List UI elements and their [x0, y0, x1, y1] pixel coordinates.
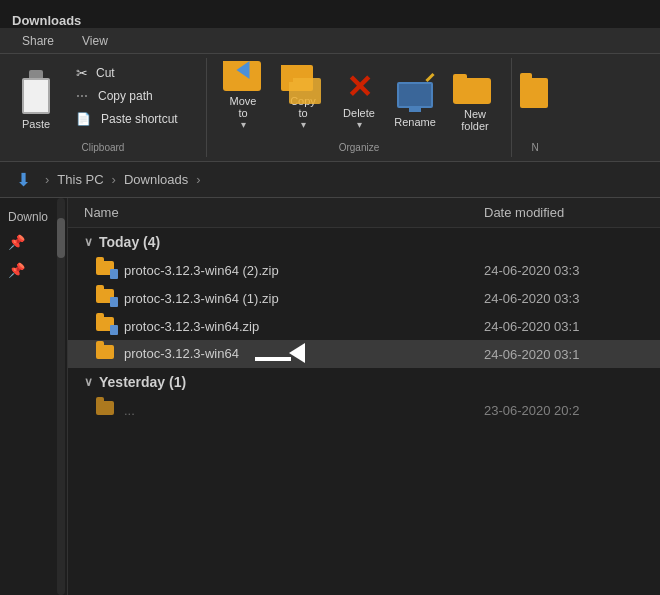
file-name-0: protoc-3.12.3-win64 (2).zip: [124, 263, 484, 278]
paste-label: Paste: [22, 118, 50, 130]
clipboard-section: Paste ✂ Cut ⋯ Copy path 📄 Paste shortcut…: [0, 58, 207, 157]
new-section-label: N: [531, 142, 538, 153]
blue-arrow-icon: [237, 61, 250, 79]
file-row-3[interactable]: protoc-3.12.3-win64 24-06-2020 03:1: [68, 340, 660, 368]
cut-label: Cut: [96, 66, 115, 80]
folder-small-y0: [96, 401, 114, 415]
group-today[interactable]: ∨ Today (4): [68, 228, 660, 256]
organize-content: Move to ▾ Copy to ▾ ✕ Delete: [215, 62, 503, 138]
file-name-3: protoc-3.12.3-win64: [124, 343, 484, 366]
organize-label: Organize: [339, 142, 380, 153]
delete-label: Delete: [343, 107, 375, 119]
file-icon-2: [96, 317, 116, 335]
breadcrumb-this-pc[interactable]: This PC: [57, 172, 103, 187]
move-arrow: [237, 61, 250, 83]
ribbon-tabs: Share View: [0, 28, 660, 54]
move-to-icon: [221, 74, 265, 91]
file-area: Downlo 📌 📌 Name Date modified ∨ Today (4…: [0, 198, 660, 595]
breadcrumb-downloads[interactable]: Downloads: [124, 172, 188, 187]
move-to-label: Move to: [230, 95, 257, 119]
paste-button[interactable]: Paste: [8, 62, 64, 134]
monitor-body: [397, 82, 433, 108]
file-icon-3: [96, 345, 116, 363]
zip-overlay-1: [110, 297, 118, 307]
move-dropdown-arrow: ▾: [241, 119, 246, 130]
tab-share[interactable]: Share: [8, 30, 68, 52]
group-today-label: Today (4): [99, 234, 160, 250]
arrow-annotation: [255, 343, 305, 366]
chevron-yesterday: ∨: [84, 375, 93, 389]
paste-shortcut-icon: 📄: [76, 112, 91, 126]
new-folder-button[interactable]: New folder: [447, 62, 503, 134]
chevron-today: ∨: [84, 235, 93, 249]
tab-view[interactable]: View: [68, 30, 122, 52]
new-folder-icon: [453, 74, 497, 104]
folder-front2: [289, 78, 321, 104]
file-icon-0: [96, 261, 116, 279]
paste-icon: [18, 70, 54, 114]
copy-path-icon: ⋯: [76, 89, 88, 103]
ns-folder: [520, 78, 548, 108]
address-bar: ⬇ › This PC › Downloads ›: [0, 162, 660, 198]
copy-to-button[interactable]: Copy to ▾: [275, 62, 331, 134]
paste-shortcut-button[interactable]: 📄 Paste shortcut: [68, 108, 198, 130]
ns-folder-tab: [520, 73, 532, 79]
clipboard-label: Clipboard: [82, 142, 125, 153]
file-name-1: protoc-3.12.3-win64 (1).zip: [124, 291, 484, 306]
copy-path-label: Copy path: [98, 89, 153, 103]
zip-overlay-2: [110, 325, 118, 335]
sep2: ›: [196, 172, 200, 187]
new-folder-body: [453, 74, 491, 104]
nfolder-back: [453, 78, 491, 104]
group-yesterday[interactable]: ∨ Yesterday (1): [68, 368, 660, 396]
left-nav-scrollbar[interactable]: [57, 198, 65, 595]
copy-dropdown-arrow: ▾: [301, 119, 306, 130]
file-date-0: 24-06-2020 03:3: [484, 263, 644, 278]
copy-to-icon: [281, 74, 325, 91]
new-section-content: [520, 62, 550, 138]
arrow-left-icon: [289, 343, 305, 363]
pin-icon-2: 📌: [8, 262, 25, 278]
folder-tab2: [281, 76, 293, 82]
file-name-y0: ...: [124, 403, 484, 418]
arrow-shaft: [255, 357, 291, 361]
scissors-icon: ✂: [76, 65, 88, 81]
file-row-2[interactable]: protoc-3.12.3-win64.zip 24-06-2020 03:1: [68, 312, 660, 340]
sep0: ›: [45, 172, 49, 187]
new-section-icon: [520, 62, 550, 108]
move-to-button[interactable]: Move to ▾: [215, 62, 271, 134]
monitor-stand: [409, 108, 421, 112]
organize-section: Move to ▾ Copy to ▾ ✕ Delete: [207, 58, 512, 157]
rename-icon: [393, 74, 437, 112]
file-date-y0: 23-06-2020 20:2: [484, 403, 644, 418]
copy-path-button[interactable]: ⋯ Copy path: [68, 85, 198, 107]
pencil-icon: [425, 73, 434, 82]
nav-forward-icon[interactable]: ⬇: [10, 167, 37, 193]
cut-button[interactable]: ✂ Cut: [68, 62, 198, 84]
ribbon: Paste ✂ Cut ⋯ Copy path 📄 Paste shortcut…: [0, 54, 660, 162]
paste-shortcut-label: Paste shortcut: [101, 112, 178, 126]
file-row-0[interactable]: protoc-3.12.3-win64 (2).zip 24-06-2020 0…: [68, 256, 660, 284]
new-section: N: [512, 58, 558, 157]
file-row-1[interactable]: protoc-3.12.3-win64 (1).zip 24-06-2020 0…: [68, 284, 660, 312]
clipboard-smalls: ✂ Cut ⋯ Copy path 📄 Paste shortcut: [68, 62, 198, 130]
left-nav: Downlo 📌 📌: [0, 198, 68, 595]
file-date-1: 24-06-2020 03:3: [484, 291, 644, 306]
new-folder-label: New folder: [461, 108, 489, 132]
file-row-yesterday-0[interactable]: ... 23-06-2020 20:2: [68, 396, 660, 424]
sep1: ›: [112, 172, 116, 187]
file-date-2: 24-06-2020 03:1: [484, 319, 644, 334]
delete-dropdown-arrow: ▾: [357, 119, 362, 130]
column-headers: Name Date modified: [68, 198, 660, 228]
rename-button[interactable]: Rename: [387, 62, 443, 134]
delete-button[interactable]: ✕ Delete ▾: [335, 62, 383, 134]
file-name-2: protoc-3.12.3-win64.zip: [124, 319, 484, 334]
clipboard-clip: [29, 70, 43, 78]
col-date-header[interactable]: Date modified: [484, 205, 644, 220]
clipboard-content: Paste ✂ Cut ⋯ Copy path 📄 Paste shortcut: [8, 62, 198, 138]
group-yesterday-label: Yesterday (1): [99, 374, 186, 390]
zip-overlay-0: [110, 269, 118, 279]
file-icon-1: [96, 289, 116, 307]
col-name-header[interactable]: Name: [84, 205, 484, 220]
pin-icon-1: 📌: [8, 234, 25, 250]
